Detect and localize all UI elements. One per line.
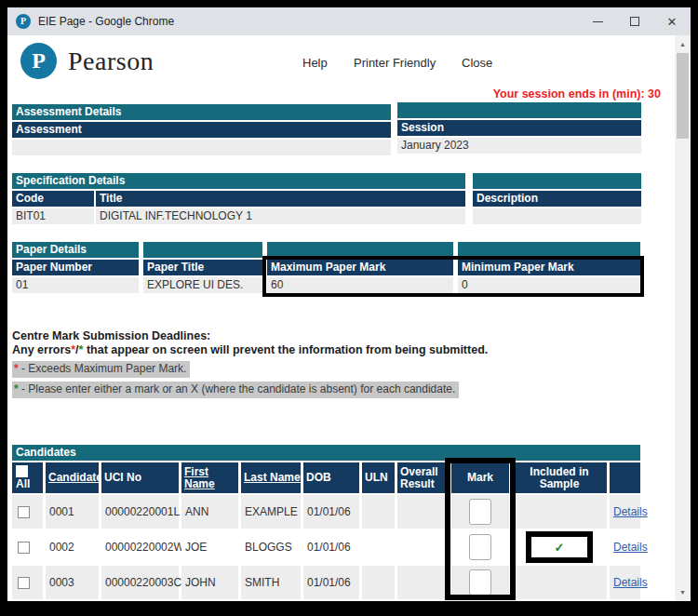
minimize-button[interactable]: [579, 7, 616, 35]
uln: [362, 495, 395, 529]
candidate-number: 0002: [46, 530, 99, 564]
paper-title-header: Paper Title: [143, 260, 262, 275]
overall-result: [397, 566, 449, 599]
min-paper-mark-header: Minimum Paper Mark: [458, 260, 640, 275]
uln: [362, 566, 395, 599]
max-paper-mark-value: 60: [267, 277, 453, 293]
help-link[interactable]: Help: [302, 56, 328, 70]
session-header: Session: [397, 120, 641, 136]
paper-number-header: Paper Number: [12, 260, 139, 275]
uci-number: 00000220003C: [101, 566, 179, 599]
mark-header: Mark: [451, 462, 509, 493]
candidates-title: Candidates: [12, 445, 640, 461]
overall-result-header: Overall Result: [397, 462, 449, 493]
details-link[interactable]: Details: [613, 576, 648, 589]
pearson-logo: P Pearson: [20, 43, 154, 79]
session-section: Session January 2023: [397, 102, 641, 154]
scroll-down-icon[interactable]: ▼: [675, 585, 691, 599]
dob: 01/01/06: [303, 495, 359, 529]
max-paper-mark-header: Maximum Paper Mark: [267, 260, 453, 275]
deadlines-block: Centre Mark Submission Deadlines: Any er…: [12, 329, 664, 401]
mark-input[interactable]: [469, 499, 491, 525]
table-row: 0003 00000220003C JOHN SMITH 01/01/06 De…: [12, 566, 640, 599]
mark-input[interactable]: [469, 534, 491, 560]
pearson-favicon-icon: P: [16, 14, 31, 29]
dob-header: DOB: [303, 462, 359, 493]
note-enter-mark: * - Please enter either a mark or an X (…: [12, 382, 459, 398]
overall-result: [397, 530, 449, 564]
dob: 01/01/06: [303, 530, 359, 564]
last-name: SMITH: [241, 566, 301, 599]
details-header: [610, 462, 640, 493]
vertical-scrollbar[interactable]: ▲ ▼: [675, 35, 691, 601]
candidate-number: 0001: [46, 495, 99, 529]
assessment-value: [12, 140, 391, 155]
scroll-up-icon[interactable]: ▲: [675, 37, 691, 51]
errors-warning-post: that appear on screen will prevent the i…: [83, 343, 488, 356]
paper-details-bar-2: [143, 242, 262, 258]
details-link[interactable]: Details: [613, 505, 648, 518]
included-in-sample: [512, 566, 607, 599]
assessment-details-section: Assessment Details Assessment: [12, 104, 391, 155]
paper-details-bar-3: [267, 242, 453, 258]
description-header: Description: [473, 191, 641, 207]
uci-number: 00000220002W: [101, 530, 179, 564]
first-name: ANN: [181, 495, 238, 529]
maximize-icon: [630, 17, 639, 26]
uln-header: ULN: [362, 462, 395, 493]
select-all-header: All: [12, 462, 43, 493]
included-in-sample-header: Included in Sample: [512, 462, 607, 493]
candidate-number: 0003: [46, 566, 99, 599]
dob: 01/01/06: [303, 566, 359, 599]
note-enter-mark-text: - Please enter either a mark or an X (wh…: [19, 382, 456, 395]
uln: [362, 530, 395, 564]
all-label: All: [16, 478, 30, 490]
session-value: January 2023: [397, 138, 641, 154]
description-section: Description: [473, 173, 641, 224]
mark-input[interactable]: [469, 569, 491, 596]
sort-last-name-header[interactable]: Last Name: [244, 472, 301, 484]
assessment-details-title: Assessment Details: [12, 104, 391, 120]
row-checkbox[interactable]: [18, 577, 30, 589]
paper-number-value: 01: [12, 277, 139, 293]
title-header: Title: [96, 191, 465, 207]
row-checkbox[interactable]: [18, 506, 30, 518]
row-checkbox[interactable]: [18, 542, 30, 554]
details-link[interactable]: Details: [613, 541, 648, 554]
scrollbar-thumb[interactable]: [677, 53, 689, 139]
session-timeout-message: Your session ends in (min): 30: [493, 87, 661, 100]
included-in-sample: [512, 495, 607, 529]
note-exceeds-max: * - Exceeds Maximum Paper Mark.: [12, 361, 190, 378]
code-value: BIT01: [12, 208, 94, 224]
table-row: 0001 00000220001L ANN EXAMPLE 01/01/06 D…: [12, 495, 640, 529]
printer-friendly-link[interactable]: Printer Friendly: [354, 56, 436, 70]
close-icon: ✕: [667, 15, 678, 29]
maximize-button[interactable]: [616, 7, 653, 35]
close-window-button[interactable]: ✕: [653, 7, 691, 35]
included-highlight-box: ✓: [526, 531, 593, 563]
specification-details-section: Specification Details Code Title BIT01 D…: [12, 173, 465, 224]
paper-title-value: EXPLORE UI DES.: [143, 277, 262, 293]
description-value: [473, 208, 641, 224]
sort-first-name-header[interactable]: First Name: [184, 466, 238, 490]
session-section-bar: [397, 102, 641, 118]
pearson-logo-icon: P: [20, 43, 57, 79]
errors-warning-pre: Any errors: [12, 343, 71, 356]
close-page-link[interactable]: Close: [462, 56, 492, 70]
paper-details-title: Paper Details: [12, 242, 139, 258]
last-name: BLOGGS: [241, 530, 301, 564]
paper-details-bar-4: [458, 242, 640, 258]
select-all-checkbox[interactable]: [16, 465, 28, 477]
check-icon: ✓: [555, 541, 565, 555]
minimize-icon: [593, 21, 603, 22]
sort-candidate-header[interactable]: Candidate: [48, 472, 102, 484]
specification-details-title: Specification Details: [12, 173, 465, 189]
overall-result: [397, 495, 449, 529]
page-content: P Pearson Help Printer Friendly Close Yo…: [7, 35, 691, 601]
candidates-header-row: All Candidate UCI No First Name Last Nam…: [12, 462, 640, 493]
uci-number: 00000220001L: [101, 495, 179, 529]
first-name: JOE: [181, 530, 238, 564]
assessment-header: Assessment: [12, 122, 391, 138]
last-name: EXAMPLE: [241, 495, 301, 529]
window-title: EIE Page - Google Chrome: [38, 15, 174, 28]
